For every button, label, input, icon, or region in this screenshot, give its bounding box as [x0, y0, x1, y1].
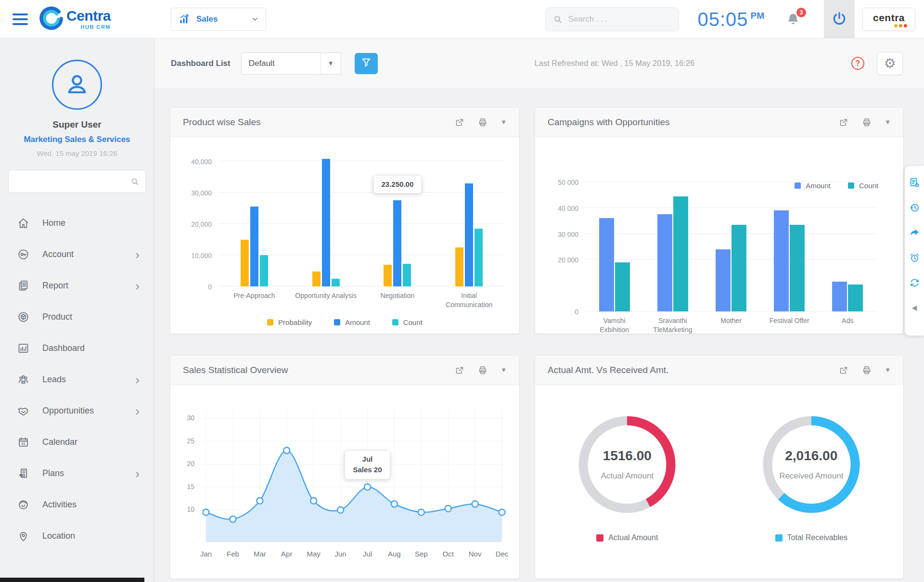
sidebar-item-activities[interactable]: Activities [0, 489, 154, 520]
main-content: Dashboard List Default ▼ Last Refreshed … [154, 39, 924, 582]
card-title: Campaigns with Opportunities [548, 117, 669, 128]
dashboard-select[interactable]: Default ▼ [241, 52, 341, 75]
sidebar-item-plans[interactable]: Plans› [0, 458, 154, 489]
help-icon[interactable]: ? [851, 57, 864, 70]
sidebar-item-report[interactable]: Report› [0, 270, 154, 301]
caret-down-icon[interactable]: ▼ [500, 119, 507, 125]
sidebar-search-input[interactable] [9, 177, 130, 186]
actual-vs-received-chart: 1516.00Actual Amount2,016.00Received Amo… [535, 412, 903, 579]
logout-button[interactable] [824, 0, 855, 39]
crm-dashboard: Centra HUB CRM Sales [0, 0, 924, 582]
print-icon[interactable] [477, 365, 488, 375]
bar-count [615, 262, 630, 311]
print-icon[interactable] [477, 117, 488, 128]
y-axis-tick: 30,000 [172, 189, 212, 197]
x-month-label: Dec [496, 550, 509, 558]
clock-meridiem: PM [751, 11, 765, 21]
x-month-label: Sep [415, 550, 428, 558]
donut-actual-amount: 1516.00Actual Amount [535, 412, 719, 517]
avatar[interactable] [52, 60, 102, 110]
hamburger-menu-button[interactable] [13, 13, 28, 25]
print-icon[interactable] [861, 365, 872, 375]
y-axis-tick: 20,000 [172, 220, 212, 228]
bar-group [455, 183, 483, 287]
global-search[interactable] [545, 7, 679, 31]
chevron-down-icon: ▼ [321, 53, 341, 74]
bar-probability [241, 240, 249, 287]
bar-count [790, 225, 805, 311]
legend-item: Actual Amount [535, 533, 719, 542]
settings-button[interactable]: ⚙ [877, 52, 903, 75]
caret-down-icon[interactable]: ▼ [885, 119, 891, 125]
expand-icon[interactable] [838, 365, 849, 375]
bar-group [241, 207, 268, 286]
centrahub-logo[interactable]: Centra HUB CRM [38, 6, 111, 33]
caret-down-icon[interactable]: ▼ [500, 367, 507, 373]
sidebar-item-dashboard[interactable]: Dashboard [0, 333, 154, 364]
sync-icon[interactable] [909, 277, 921, 289]
legend-item: Count [848, 181, 878, 190]
y-axis-tick: 25 [175, 437, 194, 445]
user-icon [63, 71, 91, 99]
print-icon[interactable] [861, 117, 872, 128]
sales-statistical-overview-chart: 3025201510JanFebMarAprMayJunJulAugSepOct… [170, 385, 519, 579]
card-title: Product wise Sales [183, 117, 261, 128]
bar-count [332, 279, 340, 286]
x-category-label: Opportunity Analysis [290, 291, 362, 310]
donut-label: Actual Amount [601, 471, 654, 481]
chart-tooltip: 23.250.00 [373, 175, 422, 194]
filter-button[interactable] [355, 53, 378, 74]
dashboard-select-value: Default [242, 59, 321, 68]
product-icon [16, 310, 30, 323]
sidebar-item-calendar[interactable]: 31Calendar [0, 427, 154, 458]
home-icon [16, 217, 30, 230]
sidebar-item-home[interactable]: Home [0, 207, 154, 239]
sidebar-item-account[interactable]: Account› [0, 239, 154, 270]
history-icon[interactable] [909, 202, 921, 214]
sidebar-item-leads[interactable]: Leads› [0, 364, 154, 395]
chevron-right-icon: › [135, 405, 140, 417]
alarm-icon[interactable] [909, 252, 921, 264]
chevron-down-icon [251, 15, 259, 23]
bar-group [384, 200, 411, 286]
quick-actions-panel: ◀ [905, 166, 924, 336]
chevron-right-icon: › [135, 280, 140, 292]
gear-icon: ⚙ [884, 57, 896, 70]
y-axis-tick: 50 000 [539, 179, 578, 186]
svg-text:31: 31 [21, 441, 26, 446]
share-icon[interactable] [909, 227, 921, 239]
y-axis-tick: 30 [175, 414, 194, 422]
expand-icon[interactable] [454, 365, 465, 375]
sidebar-item-product[interactable]: Product [0, 301, 154, 333]
x-category-label: Festival Offer [760, 316, 819, 334]
x-month-label: Feb [227, 550, 239, 558]
donut-value: 1516.00 [603, 448, 652, 464]
bar-probability [384, 265, 392, 287]
top-header: Centra HUB CRM Sales [0, 0, 924, 39]
y-axis-tick: 0 [539, 308, 578, 316]
expand-icon[interactable] [454, 117, 465, 128]
sidebar-item-location[interactable]: Location [0, 520, 154, 552]
calendar-icon: 31 [16, 436, 30, 449]
notifications-button[interactable]: 3 [785, 12, 801, 27]
expand-icon[interactable] [838, 117, 849, 128]
y-axis-tick: 0 [172, 283, 212, 291]
search-input[interactable] [568, 14, 674, 24]
sidebar-item-label: Product [42, 312, 72, 322]
module-selector[interactable]: Sales [171, 8, 266, 31]
legend-item: Total Receivables [719, 533, 904, 542]
chart-legend: AmountCount [795, 181, 878, 190]
donut-label: Received Amount [779, 471, 843, 481]
card-product-wise-sales: Product wise Sales ▼ 40,00030,00020,0001… [170, 107, 520, 334]
sidebar-item-opportunities[interactable]: Opportunities› [0, 395, 154, 427]
bar-amount [716, 249, 731, 311]
x-month-label: Nov [469, 550, 482, 558]
handshake-icon [16, 404, 30, 417]
collapse-panel-arrow[interactable]: ◀ [912, 304, 917, 311]
sidebar-search[interactable] [8, 170, 146, 193]
x-month-label: Jul [363, 550, 372, 558]
report-check-icon[interactable] [909, 177, 921, 189]
taskbar-edge [0, 578, 144, 582]
caret-down-icon[interactable]: ▼ [885, 367, 891, 373]
bar-amount [393, 200, 401, 286]
